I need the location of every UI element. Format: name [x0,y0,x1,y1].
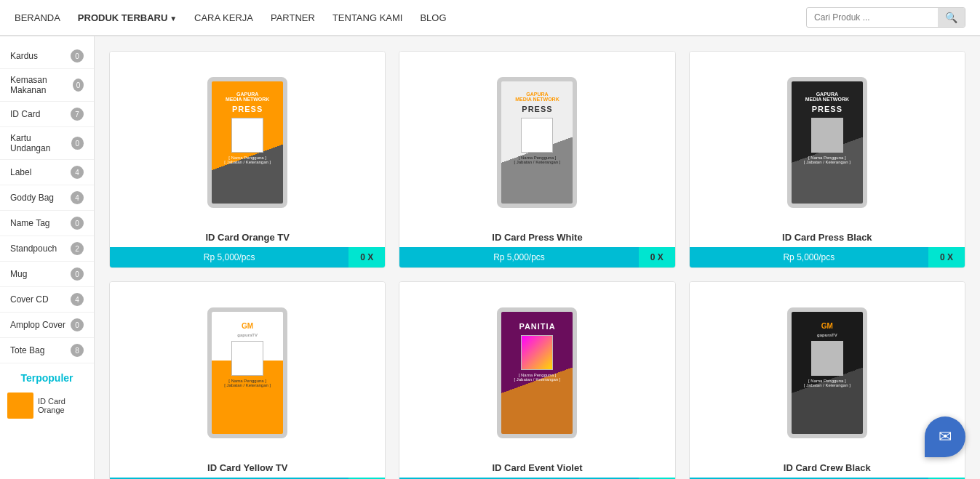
card-logo-4: GMgapuraTV [237,322,258,338]
sidebar-label-kardus: Kardus [10,51,38,61]
terpopuler-thumb [7,393,33,419]
product-name-5: ID Card Event Violet [399,462,674,473]
card-name-4: [ Nama Pengguna ][ Jabatan / Keterangan … [224,379,271,387]
id-card-visual-event-violet: PANITIA [ Nama Pengguna ][ Jabatan / Ket… [497,307,577,438]
nav-partner[interactable]: PARTNER [271,12,315,23]
card-logo-3: GAPURAMEDIA NETWORK [805,92,849,102]
terpopuler-item[interactable]: ID Card Orange [0,388,94,423]
nav-items: BERANDA PRODUK TERBARU CARA KERJA PARTNE… [15,12,806,23]
card-name-2: [ Nama Pengguna ][ Jabatan / Keterangan … [514,156,560,164]
product-card-yellow-tv[interactable]: GMgapuraTV [ Nama Pengguna ][ Jabatan / … [109,281,386,479]
product-price-row-2: Rp 5,000/pcs 0 X [399,247,674,267]
card-photo-5 [521,335,553,370]
sidebar-badge-kardus: 0 [71,49,84,63]
search-input[interactable] [807,9,938,26]
product-card-press-white[interactable]: GAPURAMEDIA NETWORK PRESS [ Nama Penggun… [399,51,675,268]
sidebar-item-covercd[interactable]: Cover CD 4 [0,287,94,313]
search-button[interactable]: 🔍 [938,8,965,27]
sidebar-item-kardus[interactable]: Kardus 0 [0,44,94,69]
sidebar-label-standpouch: Standpouch [10,243,57,254]
sidebar-label-label: Label [10,167,31,177]
sidebar-item-label[interactable]: Label 4 [0,160,94,185]
product-image-crew-black: GMgapuraTV [ Nama Pengguna ][ Jabatan / … [690,282,965,456]
sidebar-item-mug[interactable]: Mug 0 [0,262,94,287]
sidebar-label-kartuundangan: Kartu Undangan [10,133,71,153]
sidebar-label-amplop: Amplop Cover [10,320,65,330]
card-photo-2 [521,118,553,153]
sidebar-badge-amplop: 0 [71,318,84,331]
product-price-1: Rp 5,000/pcs [110,247,348,267]
product-info-2: ID Card Press White Rp 5,000/pcs 0 X [399,226,674,267]
product-info-5: ID Card Event Violet Rp 5,000/pcs 0 X [399,456,674,479]
product-order-1[interactable]: 0 X [348,247,385,267]
product-area: GAPURAMEDIA NETWORK PRESS [ Nama Penggun… [95,36,980,479]
sidebar-item-totebag[interactable]: Tote Bag 8 [0,338,94,363]
sidebar-label-totebag: Tote Bag [10,345,44,355]
card-panitia: PANITIA [519,322,555,331]
floating-mail-button[interactable] [925,416,965,457]
sidebar-badge-mug: 0 [71,267,84,281]
sidebar-item-goddybag[interactable]: Goddy Bag 4 [0,185,94,211]
sidebar-badge-nametag: 0 [71,217,84,230]
sidebar-label-kemasan: Kemasan Makanan [10,75,73,95]
product-card-orange-tv[interactable]: GAPURAMEDIA NETWORK PRESS [ Nama Penggun… [109,51,386,268]
nav-blog[interactable]: BLOG [420,12,446,23]
sidebar-badge-kartuundangan: 0 [71,137,84,150]
product-order-2[interactable]: 0 X [639,247,675,267]
product-card-crew-black[interactable]: GMgapuraTV [ Nama Pengguna ][ Jabatan / … [689,281,965,479]
card-logo-2: GAPURAMEDIA NETWORK [515,92,559,102]
product-name-1: ID Card Orange TV [110,232,385,243]
sidebar-item-amplop[interactable]: Amplop Cover 0 [0,313,94,338]
product-image-yellow-tv: GMgapuraTV [ Nama Pengguna ][ Jabatan / … [110,282,385,456]
sidebar-label-mug: Mug [10,269,27,279]
sidebar: Kardus 0 Kemasan Makanan 0 ID Card 7 Kar… [0,36,95,479]
terpopuler-label: ID Card Orange [38,397,87,414]
id-card-visual-press-black: GAPURAMEDIA NETWORK PRESS [ Nama Penggun… [787,77,867,208]
id-card-visual-press-white: GAPURAMEDIA NETWORK PRESS [ Nama Penggun… [497,77,577,208]
sidebar-item-idcard[interactable]: ID Card 7 [0,102,94,127]
card-name-3: [ Nama Pengguna ][ Jabatan / Keterangan … [804,156,850,164]
card-photo-4 [231,341,263,376]
card-name-1: [ Nama Pengguna ][ Jabatan / Keterangan … [224,156,271,164]
nav-cara-kerja[interactable]: CARA KERJA [194,12,253,23]
sidebar-badge-covercd: 4 [71,293,84,306]
terpopuler-title: Terpopuler [0,363,94,388]
product-price-row-1: Rp 5,000/pcs 0 X [110,247,385,267]
product-card-press-black[interactable]: GAPURAMEDIA NETWORK PRESS [ Nama Penggun… [689,51,965,268]
sidebar-item-kartuundangan[interactable]: Kartu Undangan 0 [0,127,94,160]
sidebar-badge-label: 4 [71,166,84,179]
sidebar-item-kemasan[interactable]: Kemasan Makanan 0 [0,69,94,102]
sidebar-badge-kemasan: 0 [73,79,84,92]
sidebar-label-goddybag: Goddy Bag [10,193,54,203]
card-logo-1: GAPURAMEDIA NETWORK [226,92,269,102]
product-info-4: ID Card Yellow TV Rp 5,000/pcs 0 X [110,456,385,479]
product-name-4: ID Card Yellow TV [110,462,385,473]
product-name-3: ID Card Press Black [690,232,965,243]
sidebar-item-standpouch[interactable]: Standpouch 2 [0,236,94,262]
nav-tentang-kami[interactable]: TENTANG KAMI [332,12,403,23]
product-image-press-white: GAPURAMEDIA NETWORK PRESS [ Nama Penggun… [399,52,674,226]
product-info-1: ID Card Orange TV Rp 5,000/pcs 0 X [110,226,385,267]
main-layout: Kardus 0 Kemasan Makanan 0 ID Card 7 Kar… [0,36,980,479]
product-name-6: ID Card Crew Black [690,462,965,473]
card-photo-6 [811,341,843,376]
navigation: BERANDA PRODUK TERBARU CARA KERJA PARTNE… [0,0,980,36]
sidebar-badge-totebag: 8 [71,344,84,357]
product-image-press-black: GAPURAMEDIA NETWORK PRESS [ Nama Penggun… [690,52,965,226]
nav-produk-terbaru[interactable]: PRODUK TERBARU [78,12,177,23]
sidebar-badge-goddybag: 4 [71,191,84,204]
id-card-visual-crew-black: GMgapuraTV [ Nama Pengguna ][ Jabatan / … [787,307,867,438]
product-grid: GAPURAMEDIA NETWORK PRESS [ Nama Penggun… [109,51,965,479]
id-card-visual-orange-tv: GAPURAMEDIA NETWORK PRESS [ Nama Penggun… [207,77,287,208]
product-order-3[interactable]: 0 X [928,247,965,267]
product-name-2: ID Card Press White [399,232,674,243]
card-name-5: [ Nama Pengguna ][ Jabatan / Keterangan … [514,373,560,382]
card-photo-3 [811,118,843,153]
sidebar-item-nametag[interactable]: Name Tag 0 [0,211,94,236]
product-card-event-violet[interactable]: PANITIA [ Nama Pengguna ][ Jabatan / Ket… [399,281,675,479]
product-info-6: ID Card Crew Black Rp 5,000/pcs 0 X [690,456,965,479]
sidebar-label-idcard: ID Card [10,109,40,119]
nav-beranda[interactable]: BERANDA [15,12,60,23]
product-info-3: ID Card Press Black Rp 5,000/pcs 0 X [690,226,965,267]
product-price-2: Rp 5,000/pcs [399,247,638,267]
